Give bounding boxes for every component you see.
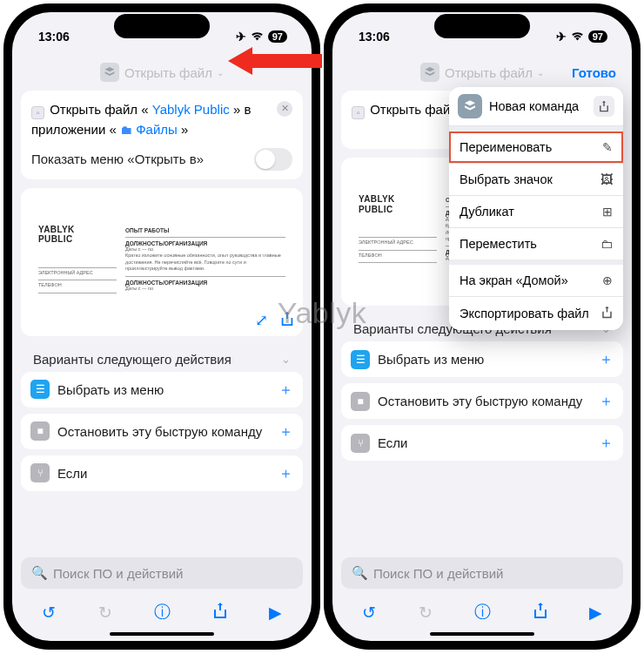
search-icon: 🔍 — [31, 565, 48, 581]
status-time: 13:06 — [38, 30, 70, 44]
file-preview: YABLYK PUBLIC ЭЛЕКТРОННЫЙ АДРЕС ТЕЛЕФОН … — [21, 188, 303, 336]
phone-right: 13:06 ✈︎ 97 Открыть файл ⌄ Готово — [324, 3, 641, 650]
dynamic-island — [114, 14, 210, 38]
file-token-1[interactable]: Yablyk — [152, 102, 191, 117]
airplane-icon: ✈︎ — [236, 30, 246, 44]
info-icon[interactable]: ⓘ — [474, 601, 491, 624]
stop-icon: ■ — [351, 392, 370, 411]
add-icon[interactable]: ＋ — [278, 463, 293, 483]
run-icon[interactable]: ▶ — [269, 603, 282, 623]
pencil-icon: ✎ — [602, 140, 613, 154]
dynamic-island — [434, 14, 530, 38]
shortcut-icon — [420, 63, 439, 82]
add-icon[interactable]: ＋ — [278, 421, 293, 442]
suggestion-choose-from-menu[interactable]: ☰Выбрать из меню ＋ — [341, 341, 623, 377]
menu-duplicate[interactable]: Дубликат ⊞ — [449, 196, 623, 228]
menu-rename[interactable]: Переименовать ✎ — [449, 131, 623, 164]
screen-left: 13:06 ✈︎ 97 Открыть файл ⌄ — [12, 12, 312, 641]
airplane-icon: ✈︎ — [556, 30, 567, 44]
phone-left: 13:06 ✈︎ 97 Открыть файл ⌄ — [3, 3, 320, 650]
suggestion-choose-from-menu[interactable]: ☰Выбрать из меню ＋ — [21, 372, 303, 408]
done-button[interactable]: Готово — [572, 65, 616, 80]
expand-icon[interactable]: ⤢ — [255, 311, 268, 331]
chevron-down-icon[interactable]: ⌄ — [537, 68, 544, 78]
share-icon[interactable] — [533, 602, 547, 624]
folder-icon: 🗀 — [600, 237, 613, 251]
run-icon[interactable]: ▶ — [589, 603, 602, 623]
title-row[interactable]: Открыть файл ⌄ — [12, 57, 312, 91]
share-icon[interactable] — [594, 96, 614, 117]
image-icon: 🖼 — [600, 172, 613, 186]
shortcut-icon — [100, 63, 119, 82]
home-indicator — [110, 632, 214, 636]
stop-icon: ■ — [30, 421, 50, 441]
add-icon[interactable]: ＋ — [599, 391, 614, 411]
folder-icon: 🖿 — [120, 123, 132, 137]
chevron-down-icon[interactable]: ⌄ — [217, 68, 224, 78]
share-preview-icon[interactable] — [280, 311, 294, 331]
home-indicator — [430, 632, 534, 636]
branch-icon: ⑂ — [30, 463, 50, 482]
battery-level: 97 — [268, 30, 287, 43]
app-token[interactable]: Файлы — [136, 122, 178, 137]
suggestion-stop-shortcut[interactable]: ■Остановить эту быструю команду ＋ — [21, 414, 303, 449]
popover-title: Новая команда — [489, 99, 579, 113]
add-icon[interactable]: ＋ — [278, 380, 293, 400]
duplicate-icon: ⊞ — [602, 205, 613, 219]
menu-icon: ☰ — [351, 350, 370, 369]
file-token-2[interactable]: Public — [194, 102, 230, 117]
search-input[interactable]: 🔍 Поиск ПО и действий — [341, 557, 623, 589]
redo-icon[interactable]: ↻ — [419, 603, 433, 623]
undo-icon[interactable]: ↺ — [42, 603, 56, 623]
title-dropdown-menu: Новая команда Переименовать ✎ Выбрать зн… — [449, 87, 623, 330]
toggle-label: Показать меню «Открыть в» — [31, 151, 204, 168]
menu-export[interactable]: Экспортировать файл — [449, 297, 623, 330]
next-actions-header[interactable]: Варианты следующего действия ⌄ — [21, 343, 303, 372]
add-icon[interactable]: ＋ — [599, 433, 614, 453]
add-icon[interactable]: ＋ — [599, 349, 614, 369]
export-icon — [601, 306, 613, 321]
suggestion-if[interactable]: ⑂Если ＋ — [341, 425, 623, 461]
add-to-home-icon: ⊕ — [602, 273, 613, 287]
undo-icon[interactable]: ↺ — [362, 603, 376, 623]
chevron-down-icon: ⌄ — [281, 353, 291, 366]
redo-icon[interactable]: ↻ — [98, 603, 112, 623]
branch-icon: ⑂ — [351, 434, 370, 453]
title-row[interactable]: Открыть файл ⌄ Готово — [332, 57, 632, 91]
clear-icon[interactable]: ✕ — [277, 101, 292, 117]
search-input[interactable]: 🔍 Поиск ПО и действий — [21, 557, 303, 589]
wifi-icon — [571, 30, 584, 44]
share-icon[interactable] — [213, 602, 227, 624]
open-file-app-icon: ▫ — [31, 106, 44, 119]
menu-add-to-home[interactable]: На экран «Домой» ⊕ — [449, 265, 623, 297]
shortcut-icon-large — [458, 94, 482, 118]
suggestion-if[interactable]: ⑂Если ＋ — [21, 455, 303, 491]
info-icon[interactable]: ⓘ — [154, 601, 171, 624]
suggestion-stop-shortcut[interactable]: ■Остановить эту быструю команду ＋ — [341, 383, 623, 419]
menu-move[interactable]: Переместить 🗀 — [449, 228, 623, 260]
screen-right: 13:06 ✈︎ 97 Открыть файл ⌄ Готово — [332, 12, 632, 641]
bottom-toolbar: ↺ ↻ ⓘ ▶ — [341, 592, 623, 629]
bottom-toolbar: ↺ ↻ ⓘ ▶ — [21, 592, 303, 629]
menu-icon: ☰ — [30, 380, 50, 399]
search-icon: 🔍 — [352, 565, 368, 581]
action-prefix: Открыть файл — [50, 102, 138, 117]
menu-choose-icon[interactable]: Выбрать значок 🖼 — [449, 164, 623, 196]
open-file-app-icon: ▫ — [352, 106, 365, 119]
wifi-icon — [251, 30, 264, 44]
title-text: Открыть файл — [124, 65, 212, 80]
show-menu-toggle[interactable] — [254, 148, 292, 171]
action-card[interactable]: ▫ Открыть файл « Yablyk Public » в прило… — [21, 91, 303, 179]
